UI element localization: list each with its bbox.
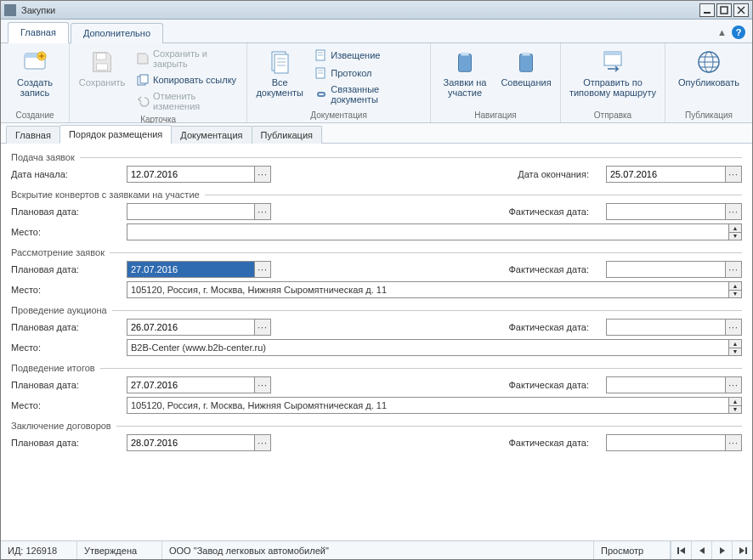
label-plan-date: Плановая дата: — [11, 206, 122, 217]
section-title: Проведение аукциона — [11, 305, 107, 315]
subtab-placement-order[interactable]: Порядок размещения — [59, 125, 172, 144]
label-plan-date: Плановая дата: — [11, 438, 122, 448]
plan-date-field[interactable]: ··· — [127, 203, 271, 220]
place-field[interactable]: 105120, Россия, г. Москва, Нижняя Сыромя… — [127, 397, 742, 414]
help-icon[interactable]: ? — [732, 25, 745, 39]
spin-up-icon[interactable]: ▲ — [728, 281, 742, 290]
tab-main[interactable]: Главная — [8, 22, 69, 43]
nav-first-button[interactable] — [671, 541, 691, 559]
save-close-icon — [136, 52, 150, 65]
close-button[interactable] — [733, 3, 749, 17]
status-mode: Просмотр — [594, 541, 671, 559]
linked-docs-button[interactable]: Связанные документы — [310, 82, 425, 106]
new-record-icon — [21, 48, 48, 76]
send-route-button[interactable]: Отправить по типовому маршруту — [566, 47, 660, 99]
place-field[interactable]: ▲▼ — [127, 223, 742, 240]
folder-icon — [512, 48, 540, 76]
publish-button[interactable]: Опубликовать — [671, 47, 747, 89]
date-picker-icon[interactable]: ··· — [254, 203, 271, 220]
section-title: Подача заявок — [11, 152, 75, 162]
minimize-button[interactable] — [699, 3, 715, 17]
section-title: Заключение договоров — [11, 421, 111, 431]
main-tab-bar: Главная Дополнительно ▲ ? — [1, 20, 752, 43]
section-title: Рассмотрение заявок — [11, 247, 105, 257]
spin-down-icon[interactable]: ▼ — [728, 348, 742, 357]
svg-rect-26 — [520, 54, 533, 72]
copy-link-button[interactable]: Копировать ссылку — [133, 71, 241, 88]
tab-additional[interactable]: Дополнительно — [71, 23, 163, 43]
label-plan-date: Плановая дата: — [11, 380, 122, 390]
create-record-button[interactable]: Создать запись — [6, 47, 64, 99]
route-icon — [599, 48, 626, 76]
spin-up-icon[interactable]: ▲ — [728, 223, 742, 232]
fact-date-field[interactable]: ··· — [606, 376, 742, 393]
date-picker-icon[interactable]: ··· — [725, 376, 742, 393]
plan-date-field[interactable]: ··· — [127, 376, 271, 393]
plan-date-field[interactable]: ··· — [127, 261, 271, 278]
spin-up-icon[interactable]: ▲ — [728, 339, 742, 348]
nav-prev-button[interactable] — [691, 541, 711, 559]
ribbon-group-title: Отправка — [566, 109, 660, 121]
plan-date-field[interactable]: ··· — [127, 434, 271, 451]
section-opening: Вскрытие конвертов с заявками на участие… — [11, 189, 742, 240]
label-fact-date: Фактическая дата: — [483, 206, 589, 217]
date-picker-icon[interactable]: ··· — [254, 319, 271, 336]
save-button: Сохранить — [75, 47, 129, 89]
end-date-field[interactable]: ··· — [606, 166, 742, 183]
svg-rect-14 — [275, 54, 288, 73]
spin-up-icon[interactable]: ▲ — [728, 397, 742, 405]
svg-rect-29 — [604, 52, 621, 55]
date-picker-icon[interactable]: ··· — [725, 319, 742, 336]
label-end-date: Дата окончания: — [492, 169, 589, 179]
svg-rect-0 — [704, 12, 711, 14]
bids-button[interactable]: Заявки на участие — [436, 47, 494, 99]
date-picker-icon[interactable]: ··· — [254, 261, 271, 278]
spin-down-icon[interactable]: ▼ — [728, 290, 742, 299]
date-picker-icon[interactable]: ··· — [725, 203, 742, 220]
spin-down-icon[interactable]: ▼ — [728, 232, 742, 241]
subtab-publication[interactable]: Публикация — [252, 126, 322, 144]
date-picker-icon[interactable]: ··· — [725, 434, 742, 451]
notice-button[interactable]: Извещение — [310, 47, 425, 64]
plan-date-field[interactable]: ··· — [127, 319, 271, 336]
cancel-changes-button: Отменить изменения — [133, 89, 241, 113]
sub-tab-bar: Главная Порядок размещения Документация … — [1, 123, 752, 144]
date-picker-icon[interactable]: ··· — [254, 166, 271, 183]
maximize-button[interactable] — [716, 3, 732, 17]
date-picker-icon[interactable]: ··· — [725, 261, 742, 278]
svg-rect-12 — [140, 75, 148, 83]
all-documents-button[interactable]: Все документы — [252, 47, 307, 99]
subtab-documentation[interactable]: Документация — [171, 126, 252, 144]
date-picker-icon[interactable]: ··· — [254, 376, 271, 393]
date-picker-icon[interactable]: ··· — [725, 166, 742, 183]
section-submission: Подача заявок Дата начала: ··· Дата окон… — [11, 152, 742, 183]
titlebar: Закупки — [1, 1, 752, 20]
ribbon-group-title: Публикация — [671, 109, 747, 121]
label-place: Место: — [11, 342, 122, 353]
documents-icon — [266, 48, 293, 76]
start-date-field[interactable]: ··· — [127, 166, 271, 183]
svg-rect-24 — [459, 54, 472, 72]
label-plan-date: Плановая дата: — [11, 264, 122, 274]
nav-last-button[interactable] — [732, 541, 752, 559]
collapse-ribbon-icon[interactable]: ▲ — [717, 27, 727, 37]
copy-link-icon — [136, 73, 150, 87]
meetings-button[interactable]: Совещания — [497, 47, 555, 89]
svg-rect-36 — [745, 547, 747, 554]
fact-date-field[interactable]: ··· — [606, 203, 742, 220]
nav-next-button[interactable] — [711, 541, 732, 559]
fact-date-field[interactable]: ··· — [606, 319, 742, 336]
protocol-button[interactable]: Протокол — [310, 65, 425, 82]
subtab-main[interactable]: Главная — [6, 126, 60, 144]
fact-date-field[interactable]: ··· — [606, 261, 742, 278]
spin-down-icon[interactable]: ▼ — [728, 405, 742, 415]
section-review: Рассмотрение заявок Плановая дата: ··· Ф… — [11, 247, 742, 298]
svg-rect-9 — [96, 54, 105, 60]
ribbon-group-title: Документация — [252, 109, 425, 121]
place-field[interactable]: B2B-Center (www.b2b-center.ru)▲▼ — [127, 339, 742, 356]
place-field[interactable]: 105120, Россия, г. Москва, Нижняя Сыромя… — [127, 281, 742, 298]
svg-rect-27 — [522, 53, 529, 56]
label-place: Место: — [11, 400, 122, 410]
date-picker-icon[interactable]: ··· — [254, 434, 271, 451]
fact-date-field[interactable]: ··· — [606, 434, 742, 451]
